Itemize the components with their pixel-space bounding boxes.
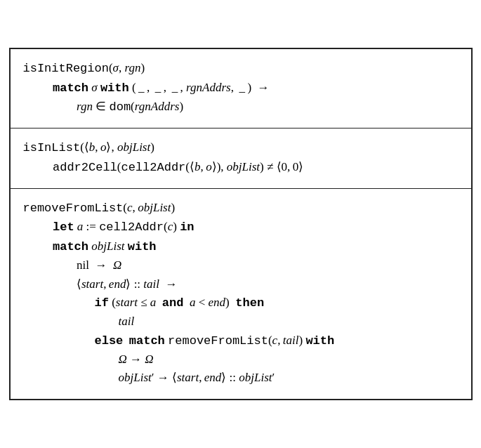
line-isInitRegion-sig: isInitRegion(σ, rgn) <box>23 59 459 78</box>
section-removeFromList: removeFromList(c, objList) let a := cell… <box>11 189 471 398</box>
line-match-sigma: match σ with ( _ , _ , _ , rgnAddrs, _ )… <box>23 79 459 98</box>
section-isInitRegion: isInitRegion(σ, rgn) match σ with ( _ , … <box>11 49 471 129</box>
line-nil-case: nil → Ω <box>23 256 459 275</box>
line-omega-case: Ω → Ω <box>23 350 459 369</box>
line-start-end-case: ⟨start, end⟩ :: tail → <box>23 275 459 294</box>
line-match-objList: match objList with <box>23 237 459 256</box>
line-else: else match removeFromList(c, tail) with <box>23 331 459 350</box>
line-let: let a := cell2Addr(c) in <box>23 218 459 237</box>
line-tail: tail <box>23 312 459 331</box>
line-rgn-in-dom: rgn ∈ dom(rgnAddrs) <box>23 98 459 117</box>
line-if: if (start ≤ a and a < end) then <box>23 294 459 312</box>
line-removeFromList-sig: removeFromList(c, objList) <box>23 199 459 218</box>
main-box: isInitRegion(σ, rgn) match σ with ( _ , … <box>9 48 473 400</box>
line-isInList-sig: isInList(⟨b, o⟩, objList) <box>23 138 459 157</box>
section-isInList: isInList(⟨b, o⟩, objList) addr2Cell(cell… <box>11 129 471 189</box>
line-objList-prime-case: objList′ → ⟨start, end⟩ :: objList′ <box>23 369 459 387</box>
line-addr2cell: addr2Cell(cell2Addr(⟨b, o⟩), objList) ≠ … <box>23 158 459 177</box>
